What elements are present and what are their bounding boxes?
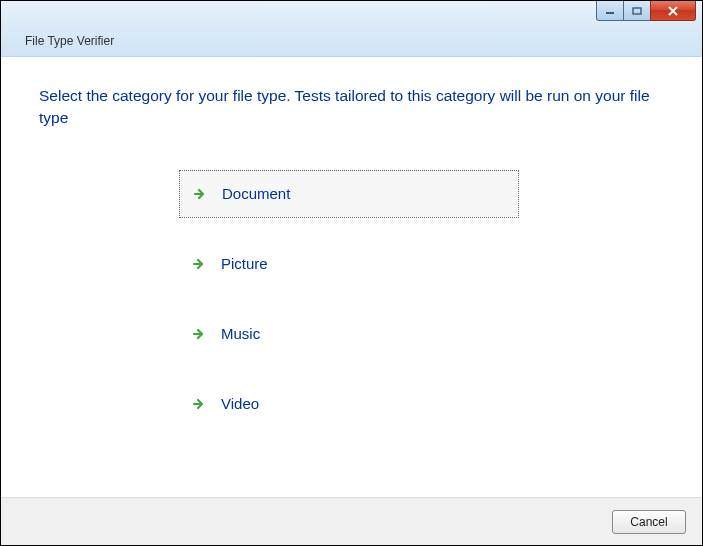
page-heading: Select the category for your file type. … [39, 85, 664, 130]
svg-rect-0 [606, 12, 614, 14]
arrow-right-icon [191, 256, 207, 272]
category-option-picture[interactable]: Picture [179, 240, 519, 288]
category-options: DocumentPictureMusicVideo [179, 170, 519, 428]
category-option-label: Document [222, 185, 290, 202]
dialog-footer: Cancel [1, 497, 702, 545]
arrow-right-icon [192, 186, 208, 202]
content-area: Select the category for your file type. … [1, 57, 702, 497]
titlebar: File Type Verifier [1, 1, 702, 57]
category-option-document[interactable]: Document [179, 170, 519, 218]
category-option-label: Picture [221, 255, 268, 272]
app-title: File Type Verifier [25, 34, 114, 48]
dialog-window: File Type Verifier Select the category f… [0, 0, 703, 546]
close-button[interactable] [650, 1, 696, 21]
cancel-button[interactable]: Cancel [612, 510, 686, 534]
minimize-button[interactable] [596, 1, 624, 21]
svg-rect-1 [633, 8, 641, 14]
category-option-video[interactable]: Video [179, 380, 519, 428]
arrow-right-icon [191, 396, 207, 412]
maximize-button[interactable] [623, 1, 651, 21]
category-option-label: Music [221, 325, 260, 342]
window-controls [597, 1, 696, 21]
category-option-music[interactable]: Music [179, 310, 519, 358]
arrow-right-icon [191, 326, 207, 342]
category-option-label: Video [221, 395, 259, 412]
